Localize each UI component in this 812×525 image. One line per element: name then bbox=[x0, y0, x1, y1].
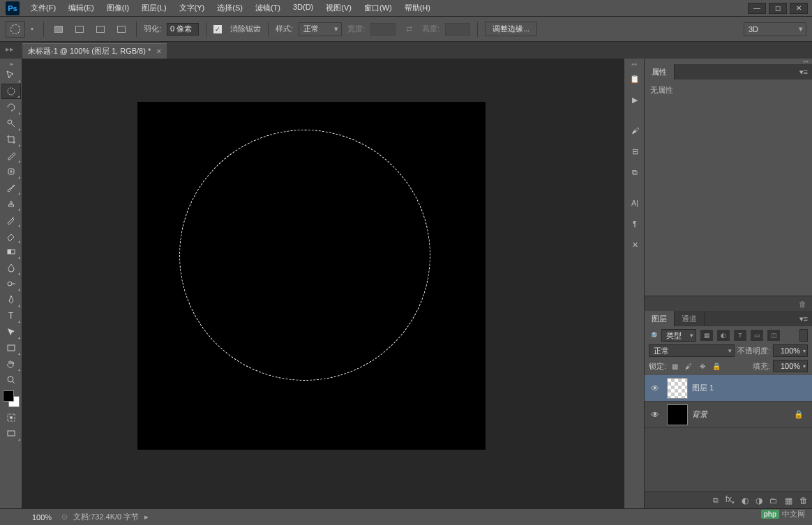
layer-filter-kind[interactable]: 类型 bbox=[661, 329, 696, 342]
feather-input[interactable] bbox=[167, 23, 199, 36]
paragraph-panel-icon[interactable]: ¶ bbox=[626, 215, 644, 233]
canvas-area[interactable] bbox=[22, 59, 624, 508]
menu-edit[interactable]: 编辑(E) bbox=[63, 1, 100, 15]
eraser-tool[interactable] bbox=[1, 228, 21, 243]
layer-name[interactable]: 图层 1 bbox=[692, 383, 714, 393]
blur-tool[interactable] bbox=[1, 260, 21, 275]
zoom-level[interactable]: 100% bbox=[28, 512, 56, 523]
status-menu-icon[interactable]: ▸ bbox=[144, 512, 149, 522]
actions-panel-icon[interactable]: ▶ bbox=[626, 91, 644, 109]
filter-smart-icon[interactable]: ◫ bbox=[767, 330, 780, 341]
layers-tab[interactable]: 图层 bbox=[645, 311, 675, 326]
history-brush-tool[interactable] bbox=[1, 212, 21, 227]
healing-brush-tool[interactable] bbox=[1, 164, 21, 179]
menu-view[interactable]: 视图(V) bbox=[320, 1, 357, 15]
style-select[interactable]: 正常 bbox=[299, 22, 342, 36]
layer-item[interactable]: 👁 背景 🔒 bbox=[645, 402, 812, 428]
layer-mask-icon[interactable]: ◐ bbox=[742, 496, 749, 505]
delete-layer-icon[interactable]: 🗑 bbox=[799, 496, 808, 505]
screenmode-tool[interactable] bbox=[1, 426, 21, 441]
trash-icon[interactable]: 🗑 bbox=[799, 300, 806, 308]
document-tab[interactable]: 未标题-1 @ 100% (图层 1, RGB/8) * × bbox=[22, 43, 167, 59]
filter-type-icon[interactable]: T bbox=[734, 330, 746, 341]
tab-arrange-icon[interactable]: ▸▸ bbox=[6, 45, 14, 54]
menu-3d[interactable]: 3D(D) bbox=[287, 1, 319, 15]
quick-select-tool[interactable] bbox=[1, 116, 21, 131]
lasso-tool[interactable] bbox=[1, 100, 21, 115]
antialias-checkbox[interactable]: ✓ bbox=[213, 25, 222, 33]
menu-type[interactable]: 文字(Y) bbox=[174, 1, 211, 15]
new-layer-icon[interactable]: ▦ bbox=[785, 496, 792, 505]
layer-thumbnail[interactable] bbox=[667, 378, 688, 399]
layers-menu-icon[interactable]: ▾≡ bbox=[795, 314, 812, 324]
tab-close-icon[interactable]: × bbox=[156, 47, 161, 56]
crop-tool[interactable] bbox=[1, 132, 21, 147]
zoom-tool[interactable] bbox=[1, 372, 21, 388]
menu-filter[interactable]: 滤镜(T) bbox=[250, 1, 286, 15]
workspace-select[interactable]: 3D bbox=[744, 22, 806, 36]
gradient-tool[interactable] bbox=[1, 244, 21, 259]
visibility-toggle[interactable]: 👁 bbox=[647, 410, 663, 420]
dodge-tool[interactable] bbox=[1, 276, 21, 291]
move-tool[interactable] bbox=[1, 68, 21, 83]
quickmask-tool[interactable] bbox=[1, 410, 21, 425]
menu-image[interactable]: 图像(I) bbox=[101, 1, 135, 15]
character-panel-icon[interactable]: A| bbox=[626, 194, 644, 212]
filter-pixel-icon[interactable]: ▦ bbox=[700, 330, 713, 341]
filter-shape-icon[interactable]: ▭ bbox=[751, 330, 763, 341]
minimize-button[interactable]: — bbox=[748, 3, 766, 14]
tool-presets-icon[interactable]: ✕ bbox=[626, 236, 644, 254]
shape-tool[interactable] bbox=[1, 340, 21, 356]
subtract-selection-icon[interactable] bbox=[93, 23, 108, 36]
visibility-toggle[interactable]: 👁 bbox=[647, 383, 663, 393]
tools-grip[interactable] bbox=[0, 61, 22, 67]
layer-fx-icon[interactable]: fx▾ bbox=[725, 494, 735, 505]
pen-tool[interactable] bbox=[1, 292, 21, 307]
brush-tool[interactable] bbox=[1, 180, 21, 195]
lock-transparent-icon[interactable]: ▦ bbox=[669, 361, 680, 371]
eyedropper-tool[interactable] bbox=[1, 148, 21, 163]
color-swatches[interactable] bbox=[3, 390, 20, 407]
layer-thumbnail[interactable] bbox=[667, 404, 688, 425]
type-tool[interactable]: T bbox=[1, 308, 21, 324]
lock-image-icon[interactable]: 🖌 bbox=[683, 361, 694, 371]
hand-tool[interactable] bbox=[1, 356, 21, 372]
opacity-input[interactable]: 100% bbox=[773, 344, 808, 357]
properties-tab[interactable]: 属性 bbox=[645, 64, 675, 79]
clone-stamp-tool[interactable] bbox=[1, 196, 21, 211]
canvas[interactable] bbox=[137, 102, 486, 450]
brush-panel-icon[interactable]: 🖌 bbox=[626, 121, 644, 139]
refine-edge-button[interactable]: 调整边缘... bbox=[485, 22, 537, 36]
menu-help[interactable]: 帮助(H) bbox=[399, 1, 436, 15]
lock-all-icon[interactable]: 🔒 bbox=[711, 361, 722, 371]
brush-presets-icon[interactable]: ⊟ bbox=[626, 142, 644, 160]
fill-input[interactable]: 100% bbox=[773, 360, 808, 372]
properties-menu-icon[interactable]: ▾≡ bbox=[795, 68, 812, 77]
menu-file[interactable]: 文件(F) bbox=[25, 1, 61, 15]
new-selection-icon[interactable] bbox=[51, 23, 66, 36]
blend-mode-select[interactable]: 正常 bbox=[649, 344, 735, 357]
intersect-selection-icon[interactable] bbox=[114, 23, 129, 36]
path-select-tool[interactable] bbox=[1, 324, 21, 340]
menu-window[interactable]: 窗口(W) bbox=[359, 1, 398, 15]
tool-preset-dropdown[interactable]: ▾ bbox=[31, 26, 36, 32]
layer-name[interactable]: 背景 bbox=[692, 409, 707, 420]
maximize-button[interactable]: ◻ bbox=[769, 3, 787, 14]
close-button[interactable]: ✕ bbox=[790, 3, 808, 14]
channels-tab[interactable]: 通道 bbox=[675, 311, 705, 326]
foreground-color[interactable] bbox=[3, 390, 14, 402]
lock-position-icon[interactable]: ✥ bbox=[697, 361, 708, 371]
history-panel-icon[interactable]: 📋 bbox=[626, 70, 644, 88]
menu-layer[interactable]: 图层(L) bbox=[136, 1, 172, 15]
marquee-tool[interactable] bbox=[1, 84, 21, 99]
link-layers-icon[interactable]: ⧉ bbox=[713, 496, 719, 505]
clone-source-icon[interactable]: ⧉ bbox=[626, 163, 644, 181]
current-tool-indicator[interactable] bbox=[6, 21, 25, 38]
filter-adjust-icon[interactable]: ◐ bbox=[717, 330, 730, 341]
add-selection-icon[interactable] bbox=[72, 23, 87, 36]
adjustment-layer-icon[interactable]: ◑ bbox=[755, 496, 762, 505]
layer-item[interactable]: 👁 图层 1 bbox=[645, 375, 812, 402]
filter-toggle[interactable] bbox=[799, 329, 808, 342]
menu-select[interactable]: 选择(S) bbox=[211, 1, 248, 15]
layer-group-icon[interactable]: 🗀 bbox=[769, 496, 778, 505]
